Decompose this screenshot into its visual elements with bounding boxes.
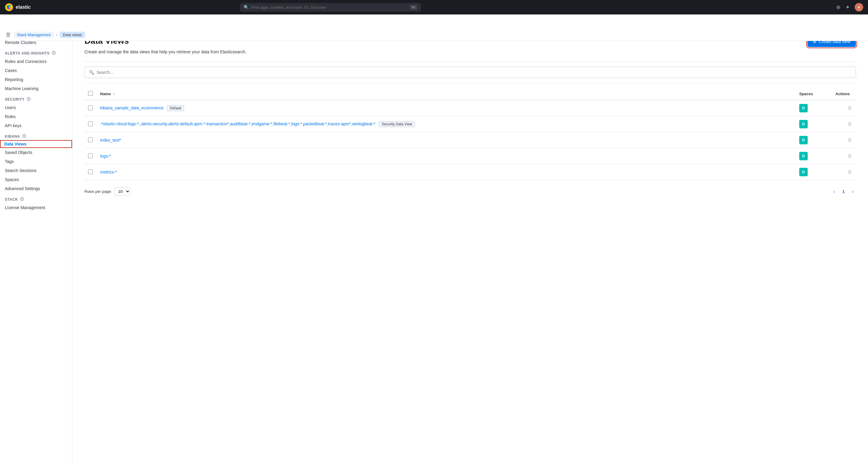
sidebar-item-api-keys[interactable]: API keys: [0, 121, 72, 130]
row-4-name-cell: logs-*: [96, 148, 796, 164]
row-4-spaces-cell: D: [796, 148, 832, 164]
row-2-name-link[interactable]: -*elastic-cloud-logs-*,.alerts-security.…: [100, 122, 375, 126]
row-1-checkbox-cell[interactable]: [85, 100, 96, 116]
row-2-checkbox-cell[interactable]: [85, 116, 96, 132]
row-3-space-avatar: D: [799, 136, 808, 144]
news-icon[interactable]: ⊕: [836, 4, 841, 10]
th-name-label: Name: [100, 92, 111, 96]
row-4-space-avatar: D: [799, 152, 808, 160]
breadcrumb-separator: ›: [56, 33, 57, 37]
top-navigation: elastic 🔍 ⌘/ ⊕ ✦ e: [0, 0, 868, 14]
rows-per-page-select[interactable]: 10 25 50: [114, 188, 130, 196]
table-row: logs-* D 🗑: [85, 148, 856, 164]
row-4-name-link[interactable]: logs-*: [100, 154, 111, 159]
row-5-name-link[interactable]: metrics-*: [100, 170, 117, 174]
next-page-button[interactable]: ›: [849, 188, 856, 196]
th-name[interactable]: Name ↑: [96, 88, 796, 100]
row-3-actions-cell: 🗑: [832, 132, 856, 148]
breadcrumb: ☰ Stack Management › Data views: [0, 29, 868, 41]
row-3-delete-icon[interactable]: 🗑: [847, 137, 852, 142]
row-5-checkbox[interactable]: [88, 169, 93, 174]
global-search[interactable]: 🔍 ⌘/: [240, 3, 421, 12]
search-icon: 🔍: [244, 5, 249, 10]
current-page[interactable]: 1: [840, 188, 847, 195]
table-row: metrics-* D 🗑: [85, 164, 856, 180]
sidebar-item-roles[interactable]: Roles: [0, 112, 72, 121]
breadcrumb-data-views[interactable]: Data views: [60, 32, 85, 38]
search-divider: [85, 83, 856, 83]
table-search-bar[interactable]: 🔍: [85, 67, 856, 78]
elastic-logo: elastic: [5, 3, 31, 11]
breadcrumb-stack-management[interactable]: Stack Management: [14, 32, 54, 38]
kibana-info-icon: ⓘ: [22, 134, 26, 139]
row-1-name-cell: kibana_sample_data_ecommerce Default: [96, 100, 796, 116]
row-2-spaces-cell: D: [796, 116, 832, 132]
hamburger-button[interactable]: ☰: [5, 31, 11, 39]
table-row: index_test* D 🗑: [85, 132, 856, 148]
main-content: Data Views ⊕ Create data view Create and…: [72, 27, 868, 464]
row-1-name-link[interactable]: kibana_sample_data_ecommerce: [100, 105, 163, 110]
elastic-logo-icon: [5, 3, 13, 11]
row-4-checkbox[interactable]: [88, 153, 93, 158]
sidebar-section-alerts: Alerts and Insights ⓘ: [0, 47, 72, 57]
table-body: kibana_sample_data_ecommerce Default D 🗑: [85, 100, 856, 180]
row-4-delete-icon[interactable]: 🗑: [847, 153, 852, 159]
sidebar-item-search-sessions[interactable]: Search Sessions: [0, 166, 72, 175]
row-5-checkbox-cell[interactable]: [85, 164, 96, 180]
row-5-space-avatar: D: [799, 168, 808, 176]
sidebar-item-saved-objects[interactable]: Saved Objects: [0, 148, 72, 157]
th-spaces: Spaces: [796, 88, 832, 100]
sidebar-section-alerts-label: Alerts and Insights: [5, 51, 50, 56]
sidebar-item-tags[interactable]: Tags: [0, 157, 72, 166]
user-avatar[interactable]: e: [855, 3, 863, 11]
row-5-actions-cell: 🗑: [832, 164, 856, 180]
sidebar-item-advanced-settings[interactable]: Advanced Settings: [0, 184, 72, 193]
row-2-space-avatar: D: [799, 120, 808, 128]
row-2-security-badge: Security Data View: [379, 121, 415, 127]
row-1-checkbox[interactable]: [88, 105, 93, 110]
row-3-checkbox[interactable]: [88, 137, 93, 142]
row-3-spaces-cell: D: [796, 132, 832, 148]
row-2-actions-cell: 🗑: [832, 116, 856, 132]
select-all-checkbox[interactable]: [88, 91, 93, 96]
main-layout: Transforms Remote Clusters Alerts and In…: [0, 27, 868, 464]
sidebar-item-spaces[interactable]: Spaces: [0, 175, 72, 184]
global-search-input[interactable]: [251, 5, 407, 10]
row-5-delete-icon[interactable]: 🗑: [847, 169, 852, 174]
row-1-delete-icon[interactable]: 🗑: [847, 105, 852, 110]
sidebar-item-data-views[interactable]: Data Views: [0, 140, 72, 148]
sidebar-item-users[interactable]: Users: [0, 103, 72, 112]
sidebar-section-security: Security ⓘ: [0, 93, 72, 103]
svg-point-0: [5, 3, 13, 11]
row-2-name-cell: -*elastic-cloud-logs-*,.alerts-security.…: [96, 116, 796, 132]
sidebar-item-rules-connectors[interactable]: Rules and Connectors: [0, 57, 72, 66]
pagination: Rows per page: 10 25 50 ‹ 1 ›: [85, 183, 856, 200]
sidebar-section-security-label: Security: [5, 97, 25, 102]
row-1-space-avatar: D: [799, 104, 808, 112]
sidebar-section-kibana: Kibana ⓘ: [0, 130, 72, 140]
row-1-default-badge: Default: [167, 105, 184, 111]
prev-page-button[interactable]: ‹: [831, 188, 838, 196]
row-3-checkbox-cell[interactable]: [85, 132, 96, 148]
table-search-icon: 🔍: [89, 70, 94, 75]
row-1-spaces-cell: D: [796, 100, 832, 116]
page-description: Create and manage the data views that he…: [85, 49, 856, 54]
sort-icon: ↑: [113, 92, 115, 96]
table-search-input[interactable]: [96, 70, 851, 75]
rows-per-page-label: Rows per page:: [85, 189, 112, 194]
row-4-checkbox-cell[interactable]: [85, 148, 96, 164]
sidebar-section-kibana-label: Kibana: [5, 134, 20, 139]
sidebar-section-stack: Stack ⓘ: [0, 193, 72, 203]
row-2-delete-icon[interactable]: 🗑: [847, 122, 852, 127]
sidebar-item-license-management[interactable]: License Management: [0, 203, 72, 212]
sidebar-item-machine-learning[interactable]: Machine Learning: [0, 84, 72, 93]
sidebar-item-cases[interactable]: Cases: [0, 66, 72, 75]
row-2-checkbox[interactable]: [88, 122, 93, 126]
sidebar-item-reporting[interactable]: Reporting: [0, 75, 72, 84]
row-3-name-cell: index_test*: [96, 132, 796, 148]
row-5-name-cell: metrics-*: [96, 164, 796, 180]
updates-icon[interactable]: ✦: [845, 4, 850, 10]
th-select-all[interactable]: [85, 88, 96, 100]
row-3-name-link[interactable]: index_test*: [100, 138, 121, 142]
table-row: kibana_sample_data_ecommerce Default D 🗑: [85, 100, 856, 116]
